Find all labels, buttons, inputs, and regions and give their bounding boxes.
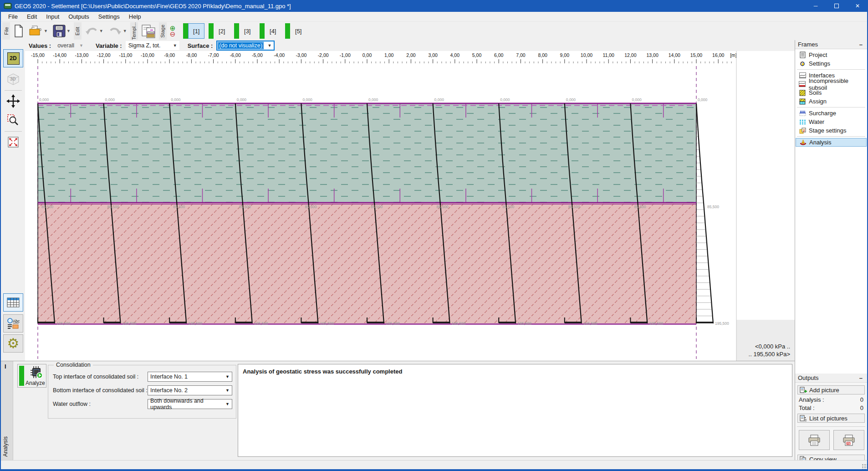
redo-dropdown-arrow[interactable]: ▼	[123, 29, 128, 33]
stage-bar	[260, 23, 265, 39]
frame-item-assign[interactable]: Assign	[795, 97, 867, 106]
menu-edit[interactable]: Edit	[22, 12, 41, 21]
svg-text:15,00: 15,00	[690, 52, 702, 58]
print-selection-button[interactable]	[833, 430, 864, 450]
chevron-down-icon: ▼	[225, 374, 232, 379]
open-file-button[interactable]: ▼	[27, 23, 50, 39]
outputs-minimize-button[interactable]: –	[858, 374, 864, 381]
print-button[interactable]	[799, 430, 830, 450]
stress-range-max: .. 195,500 kPa>	[749, 350, 790, 358]
water-outflow-label: Water outflow :	[53, 401, 148, 407]
frames-panel-title: Frames	[798, 41, 818, 48]
frame-item-incompressible-subsoil[interactable]: Incompressible subsoil	[795, 80, 867, 88]
pan-arrows-icon	[6, 94, 20, 108]
open-dropdown-arrow[interactable]: ▼	[43, 29, 48, 33]
settings-gear-icon: ⚙	[799, 60, 806, 67]
variable-dropdown[interactable]: Sigma Z, tot.▼	[126, 41, 179, 50]
svg-text:85,500: 85,500	[305, 205, 317, 209]
svg-text:85,500: 85,500	[707, 205, 719, 209]
new-file-button[interactable]	[11, 23, 26, 39]
minimize-button[interactable]: ─	[805, 0, 826, 12]
surface-dropdown[interactable]: (do not visualize)▼	[216, 41, 275, 51]
analyze-button[interactable]: Analyze	[17, 364, 46, 388]
frames-minimize-button[interactable]: –	[858, 41, 864, 48]
frame-item-stage-settings[interactable]: 2 Stage settings	[795, 126, 867, 135]
main-toolbar: File ▼ ▼ Edit ▼ ▼ Templ... Stage ⊕ ⊖ [1]…	[1, 22, 867, 40]
frame-item-settings[interactable]: ⚙ Settings	[795, 59, 867, 68]
new-file-icon	[13, 24, 25, 38]
gear-icon: ⚙	[7, 337, 20, 350]
svg-text:6,00: 6,00	[494, 52, 504, 58]
svg-text:0,00: 0,00	[363, 52, 372, 58]
menu-help[interactable]: Help	[124, 12, 146, 21]
undo-button[interactable]: ▼	[83, 23, 105, 39]
menu-file[interactable]: File	[4, 12, 22, 21]
svg-text:85,500: 85,500	[502, 205, 514, 209]
cross-section-drawing: -15,00-14,00-13,00-12,00-11,00-10,00-9,0…	[25, 51, 795, 361]
pan-tool-button[interactable]	[3, 92, 23, 110]
water-outflow-select[interactable]: Both downwards and upwards▼	[148, 399, 232, 409]
stage-button-4[interactable]: [4]	[260, 23, 281, 39]
svg-text:195,500: 195,500	[188, 321, 202, 326]
stage-button-1[interactable]: [1]	[183, 23, 204, 39]
bottom-interface-select[interactable]: Interface No. 2▼	[148, 385, 232, 395]
frame-item-surcharge[interactable]: Surcharge	[795, 109, 867, 118]
interfaces-icon	[799, 72, 806, 79]
save-dropdown-arrow[interactable]: ▼	[66, 29, 71, 33]
chevron-down-icon: ▼	[171, 43, 179, 48]
templates-button[interactable]	[139, 23, 158, 39]
svg-text:12,00: 12,00	[624, 52, 636, 58]
svg-text:0,000: 0,000	[698, 97, 708, 102]
svg-text:-4,00: -4,00	[274, 52, 285, 58]
svg-text:-6,00: -6,00	[230, 52, 241, 58]
tab-analysis[interactable]: Analysis	[2, 436, 9, 457]
zoom-window-button[interactable]	[3, 111, 23, 129]
outputs-panel: Outputs – Add picture Analysis : 0 Total…	[795, 374, 867, 460]
right-panel: Frames – Project ⚙ Settings Interfaces I…	[795, 40, 867, 460]
drawing-settings-button[interactable]: Abc	[3, 314, 23, 333]
close-button[interactable]: ✕	[847, 0, 868, 12]
stage-settings-icon: 2	[799, 127, 806, 134]
frame-item-project[interactable]: Project	[795, 51, 867, 59]
stage-buttons: [1] [2] [3] [4] [5]	[183, 23, 306, 39]
window-title: GEO5 2020 - Settlement [C:\Users\Public\…	[15, 3, 805, 10]
remove-stage-button[interactable]: ⊖	[170, 31, 176, 37]
frame-item-water[interactable]: Water	[795, 118, 867, 126]
frame-item-analysis[interactable]: Analysis	[796, 138, 867, 147]
menu-outputs[interactable]: Outputs	[64, 12, 94, 21]
undo-dropdown-arrow[interactable]: ▼	[99, 29, 104, 33]
save-button[interactable]: ▼	[51, 23, 72, 39]
list-of-pictures-button[interactable]: List of pictures	[797, 414, 865, 423]
svg-text:0,000: 0,000	[434, 97, 444, 102]
project-icon	[799, 51, 806, 58]
svg-text:-1,00: -1,00	[340, 52, 351, 58]
stress-range-readout: <0,000 kPa .. .. 195,500 kPa>	[749, 343, 790, 358]
svg-text:85,500: 85,500	[634, 205, 646, 209]
menu-settings[interactable]: Settings	[94, 12, 124, 21]
stage-button-5[interactable]: [5]	[285, 23, 306, 39]
menu-input[interactable]: Input	[41, 12, 64, 21]
chevron-down-icon: ▼	[265, 43, 274, 48]
stage-button-3[interactable]: [3]	[234, 23, 255, 39]
view-options-bar: Values : overall▼ Variable : Sigma Z, to…	[25, 40, 795, 51]
analysis-count-value: 0	[860, 396, 863, 403]
view-2d-button[interactable]: 2D	[3, 49, 23, 67]
options-button[interactable]: ⚙	[3, 334, 23, 353]
surcharge-icon	[799, 110, 806, 117]
stage-button-2[interactable]: [2]	[209, 23, 230, 39]
table-view-button[interactable]	[3, 293, 23, 312]
separator	[797, 426, 865, 427]
templates-group-label: Templ...	[130, 22, 138, 40]
fit-to-screen-button[interactable]	[3, 133, 23, 151]
redo-button[interactable]: ▼	[107, 23, 129, 39]
chevron-down-icon: ▼	[225, 402, 232, 406]
drawing-canvas[interactable]: -15,00-14,00-13,00-12,00-11,00-10,00-9,0…	[25, 51, 795, 361]
svg-text:2,00: 2,00	[406, 52, 416, 58]
maximize-button[interactable]	[826, 0, 847, 12]
values-dropdown[interactable]: overall▼	[55, 41, 86, 50]
top-interface-select[interactable]: Interface No. 1▼	[148, 372, 232, 382]
view-3d-button[interactable]: 3D	[3, 70, 23, 88]
add-picture-button[interactable]: Add picture	[797, 385, 865, 394]
resize-grip[interactable]	[862, 464, 867, 469]
water-icon	[799, 118, 806, 125]
